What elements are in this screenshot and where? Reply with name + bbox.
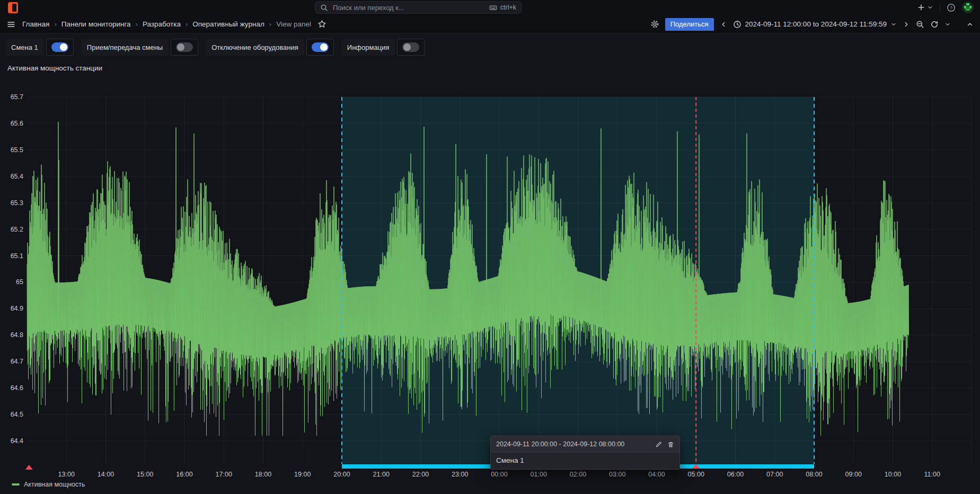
y-axis-label: 65.7 (11, 93, 23, 101)
x-axis-label: 20:00 (333, 471, 350, 478)
collapse-button[interactable] (966, 21, 974, 28)
legend-swatch (12, 483, 20, 486)
breadcrumb-separator: › (186, 20, 188, 28)
trash-icon (667, 441, 674, 448)
toggle-switch[interactable] (397, 39, 425, 56)
annotation-marker[interactable] (25, 465, 33, 470)
time-range-picker[interactable]: 2024-09-11 12:00:00 to 2024-09-12 11:59:… (733, 20, 897, 29)
dashboard-control: Информация (341, 39, 425, 56)
time-shift-forward-button[interactable] (903, 21, 910, 28)
help-button[interactable]: ? (947, 3, 956, 12)
logo[interactable] (7, 2, 19, 14)
y-axis-label: 64.7 (11, 358, 23, 365)
breadcrumb-item[interactable]: Оперативный журнал (192, 20, 264, 28)
zoom-out-button[interactable] (916, 20, 924, 29)
panel-title: Активная мощность станции (7, 64, 102, 72)
dashboard-controls: Смена 1Прием/передача сменыОтключение об… (5, 39, 425, 56)
topbar-divider (940, 3, 940, 12)
legend-item[interactable]: Активная мощность (12, 481, 85, 488)
refresh-interval-button[interactable] (944, 21, 951, 28)
toggle-knob (60, 43, 67, 51)
breadcrumb-separator: › (269, 20, 271, 28)
grid (27, 97, 972, 464)
y-axis-label: 64.4 (11, 437, 23, 445)
refresh-icon (930, 20, 939, 29)
time-shift-back-button[interactable] (720, 21, 727, 28)
breadcrumb-item[interactable]: Панели мониторинга (61, 20, 131, 28)
x-axis-label: 08:00 (806, 471, 822, 478)
star-icon (317, 20, 326, 29)
breadcrumb-separator: › (136, 20, 138, 28)
panel-settings-button[interactable] (650, 20, 659, 29)
x-axis-label: 02:00 (570, 471, 586, 478)
control-label: Отключение оборудования (206, 39, 304, 56)
event-line-marker[interactable] (692, 464, 700, 469)
share-button[interactable]: Поделиться (665, 18, 714, 31)
x-axis-label: 17:00 (216, 471, 232, 478)
x-axis-label: 19:00 (294, 471, 311, 478)
y-axis-label: 65.6 (11, 120, 23, 127)
top-navigation-bar: ctrl+k ? (0, 0, 980, 15)
search-box[interactable]: ctrl+k (315, 1, 522, 14)
refresh-button[interactable] (930, 20, 939, 29)
toggle-knob (403, 43, 411, 51)
x-axis-label: 22:00 (412, 471, 429, 478)
y-axis-label: 65.4 (11, 173, 23, 180)
control-label: Информация (341, 39, 395, 56)
toggle-knob (177, 43, 184, 51)
y-axis-label: 64.9 (11, 305, 23, 312)
series-line (27, 122, 909, 436)
keyboard-icon (489, 4, 498, 12)
breadcrumb-current: View panel (276, 20, 311, 28)
y-axis-label: 64.5 (11, 411, 23, 418)
user-avatar[interactable] (962, 2, 974, 13)
chevron-down-icon (890, 21, 897, 28)
x-axis-label: 00:00 (491, 471, 507, 478)
favorite-button[interactable] (317, 20, 326, 29)
x-axis-label: 14:00 (98, 471, 114, 478)
y-axis-label: 65.5 (11, 146, 23, 154)
edit-annotation-button[interactable] (655, 441, 662, 448)
delete-annotation-button[interactable] (667, 441, 674, 448)
chevron-down-icon (927, 4, 933, 11)
chevron-up-icon (966, 21, 974, 28)
control-label: Смена 1 (5, 39, 44, 56)
dashboard-control: Смена 1 (5, 39, 74, 56)
toggle-on (51, 42, 68, 52)
x-axis-label: 16:00 (176, 471, 192, 478)
x-axis-label: 21:00 (373, 471, 390, 478)
plus-icon (917, 3, 925, 12)
breadcrumb-item[interactable]: Разработка (143, 20, 181, 28)
annotation-region (342, 97, 814, 464)
toggle-off (176, 42, 193, 52)
breadcrumb-item[interactable]: Главная (22, 20, 49, 28)
chevron-right-icon (903, 21, 910, 28)
search-input[interactable] (332, 3, 485, 12)
search-icon (320, 4, 328, 12)
toggle-switch[interactable] (171, 39, 198, 56)
control-label: Прием/передача смены (81, 39, 169, 56)
hamburger-icon (6, 20, 16, 29)
new-button[interactable] (917, 3, 933, 12)
menu-button[interactable] (6, 20, 16, 29)
x-axis-label: 23:00 (452, 471, 468, 478)
x-axis-label: 04:00 (648, 471, 665, 478)
x-axis-label: 10:00 (885, 471, 901, 478)
zoom-out-icon (916, 20, 924, 29)
dashboard-control: Отключение оборудования (206, 39, 334, 56)
search-shortcut: ctrl+k (489, 4, 516, 12)
toggle-switch[interactable] (46, 39, 74, 56)
x-axis-label: 03:00 (609, 471, 625, 478)
legend-label: Активная мощность (24, 481, 85, 488)
clock-icon (733, 20, 741, 29)
annotation-tooltip: 2024-09-11 20:00:00 - 2024-09-12 08:00:0… (490, 436, 680, 470)
x-axis-label: 01:00 (531, 471, 547, 478)
y-axis-label: 64.6 (11, 384, 23, 392)
pencil-icon (655, 441, 662, 448)
chevron-left-icon (720, 21, 727, 28)
x-axis-label: 18:00 (255, 471, 271, 478)
y-axis-label: 65.2 (11, 226, 23, 233)
x-axis-label: 13:00 (58, 471, 75, 478)
x-axis-label: 07:00 (766, 471, 783, 478)
toggle-switch[interactable] (306, 39, 334, 56)
